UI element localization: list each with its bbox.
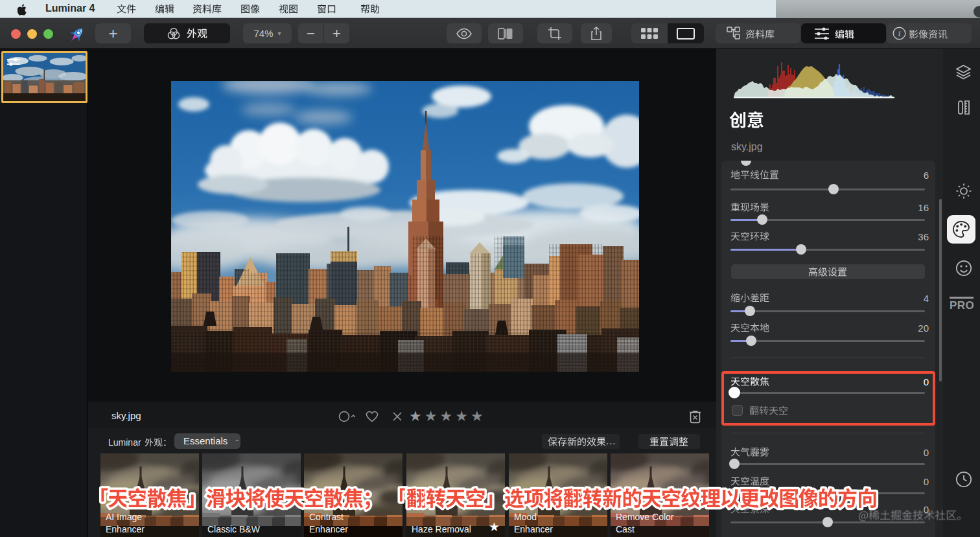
- svg-text:i: i: [898, 29, 901, 38]
